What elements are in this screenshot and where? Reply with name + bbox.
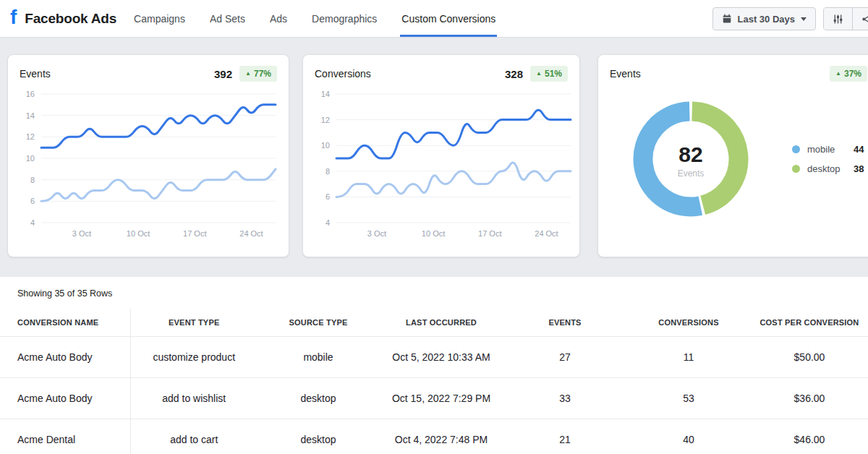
- legend-label: mobile: [807, 144, 848, 155]
- svg-text:12: 12: [321, 116, 330, 124]
- svg-text:Events: Events: [678, 168, 705, 179]
- trend-up-icon: ▲: [245, 71, 251, 77]
- svg-text:24 Oct: 24 Oct: [239, 229, 263, 238]
- trend-change-value: 51%: [545, 69, 562, 79]
- legend-value: 44: [854, 144, 864, 155]
- table-cell: $46.00: [751, 419, 868, 454]
- trend-up-icon: ▲: [536, 71, 542, 77]
- table-cell: add to cart: [130, 419, 258, 454]
- donut-body: 82Events mobile44desktop38: [610, 95, 867, 223]
- table-header: CONVERSION NAMEEVENT TYPESOURCE TYPELAST…: [0, 309, 868, 337]
- conversions-table: CONVERSION NAMEEVENT TYPESOURCE TYPELAST…: [0, 309, 868, 454]
- svg-text:3 Oct: 3 Oct: [72, 229, 91, 238]
- app-title: Facebook Ads: [25, 11, 116, 27]
- toolbar-button-group: [823, 7, 868, 30]
- card-header: Events 392 ▲ 77%: [20, 65, 277, 82]
- svg-text:16: 16: [26, 90, 35, 98]
- table-cell: Acme Auto Body: [0, 378, 130, 419]
- legend-item-mobile: mobile44: [792, 144, 864, 155]
- table-cell: Oct 4, 2022 7:48 PM: [379, 419, 503, 454]
- row-count-summary: Showing 35 of 35 Rows: [0, 277, 868, 309]
- tab-custom-conversions[interactable]: Custom Conversions: [400, 0, 497, 37]
- table-row: Acme Auto Bodycustomize productmobileOct…: [0, 337, 868, 378]
- table-row: Acme Auto Bodyadd to wishlistdesktopOct …: [0, 378, 868, 419]
- trend-up-icon: ▲: [835, 71, 841, 77]
- table-cell: 53: [626, 378, 751, 419]
- svg-text:10: 10: [26, 154, 35, 163]
- table-cell: $36.00: [751, 378, 868, 419]
- table-cell: desktop: [258, 419, 379, 454]
- conversions-table-section: Showing 35 of 35 Rows CONVERSION NAMEEVE…: [0, 277, 868, 454]
- navbar-controls: Last 30 Days: [712, 7, 868, 30]
- facebook-logo-icon: f: [10, 7, 17, 27]
- filter-sliders-button[interactable]: [824, 8, 852, 30]
- svg-text:6: 6: [30, 197, 35, 205]
- calendar-icon: [722, 14, 732, 24]
- chevron-down-icon: [801, 17, 807, 21]
- tab-ad-sets[interactable]: Ad Sets: [208, 0, 247, 37]
- metric-total: 328: [505, 68, 523, 80]
- table-cell: add to wishlist: [130, 378, 258, 419]
- svg-text:8: 8: [30, 176, 35, 184]
- share-button[interactable]: [852, 8, 868, 30]
- column-header-source-type[interactable]: SOURCE TYPE: [258, 309, 379, 337]
- events-donut-chart: 82Events: [627, 95, 754, 223]
- trend-badge: ▲ 77%: [239, 66, 277, 82]
- legend-dot-icon: [792, 145, 800, 153]
- metric-total: 392: [214, 68, 232, 80]
- column-header-last-occurred[interactable]: LAST OCCURRED: [379, 309, 503, 337]
- svg-text:17 Oct: 17 Oct: [478, 229, 501, 238]
- svg-text:4: 4: [326, 218, 330, 227]
- table-cell: 40: [626, 419, 751, 454]
- column-header-conversion-name[interactable]: CONVERSION NAME: [0, 309, 130, 337]
- nav-tabs: CampaignsAd SetsAdsDemographicsCustom Co…: [132, 0, 497, 37]
- table-body: Acme Auto Bodycustomize productmobileOct…: [0, 337, 868, 454]
- table-cell: customize product: [130, 337, 258, 378]
- table-cell: Oct 15, 2022 7:29 PM: [379, 378, 503, 419]
- card-title: Conversions: [315, 68, 371, 80]
- card-header: Conversions 328 ▲ 51%: [315, 65, 568, 82]
- svg-text:3 Oct: 3 Oct: [367, 229, 386, 238]
- table-cell: 21: [503, 419, 626, 454]
- legend-dot-icon: [792, 165, 800, 173]
- tab-demographics[interactable]: Demographics: [310, 0, 378, 37]
- date-range-button[interactable]: Last 30 Days: [712, 7, 817, 30]
- conversions-line-chart: 4681012143 Oct10 Oct17 Oct24 Oct: [315, 87, 574, 240]
- tab-ads[interactable]: Ads: [268, 0, 289, 37]
- svg-text:10 Oct: 10 Oct: [422, 229, 445, 238]
- svg-text:6: 6: [326, 192, 330, 201]
- svg-text:12: 12: [26, 132, 35, 141]
- conversions-line-card: Conversions 328 ▲ 51% 4681012143 Oct10 O…: [302, 54, 580, 257]
- svg-text:10: 10: [321, 141, 330, 150]
- table-cell: 27: [503, 337, 626, 378]
- column-header-events[interactable]: EVENTS: [503, 309, 626, 337]
- table-cell: $50.00: [751, 337, 868, 378]
- column-header-event-type[interactable]: EVENT TYPE: [130, 309, 258, 337]
- table-row: Acme Dentaladd to cartdesktopOct 4, 2022…: [0, 419, 868, 454]
- svg-text:8: 8: [326, 167, 330, 176]
- donut-legend: mobile44desktop38: [792, 144, 864, 174]
- events-line-card: Events 392 ▲ 77% 468101214163 Oct10 Oct1…: [7, 54, 289, 257]
- column-header-conversions[interactable]: CONVERSIONS: [626, 309, 751, 337]
- legend-label: desktop: [807, 163, 848, 174]
- trend-change-value: 37%: [844, 69, 861, 79]
- svg-text:4: 4: [30, 218, 35, 227]
- card-header: Events ▲ 37%: [610, 65, 867, 82]
- svg-text:82: 82: [678, 142, 702, 166]
- tab-campaigns[interactable]: Campaigns: [132, 0, 187, 37]
- events-donut-card: Events ▲ 37% 82Events mobile44desktop38: [597, 54, 868, 257]
- trend-change-value: 77%: [254, 69, 271, 79]
- share-icon: [861, 14, 868, 25]
- top-navbar: f Facebook Ads CampaignsAd SetsAdsDemogr…: [0, 0, 868, 38]
- card-title: Events: [20, 68, 51, 80]
- column-header-cost-per-conversion[interactable]: COST PER CONVERSION: [751, 309, 868, 337]
- trend-badge: ▲ 37%: [830, 66, 867, 82]
- table-cell: 33: [503, 378, 626, 419]
- legend-item-desktop: desktop38: [792, 163, 864, 174]
- svg-text:14: 14: [26, 111, 35, 120]
- svg-text:17 Oct: 17 Oct: [183, 229, 206, 238]
- card-title: Events: [610, 68, 641, 80]
- svg-text:24 Oct: 24 Oct: [535, 229, 558, 238]
- table-cell: mobile: [258, 337, 379, 378]
- table-cell: Oct 5, 2022 10:33 AM: [379, 337, 503, 378]
